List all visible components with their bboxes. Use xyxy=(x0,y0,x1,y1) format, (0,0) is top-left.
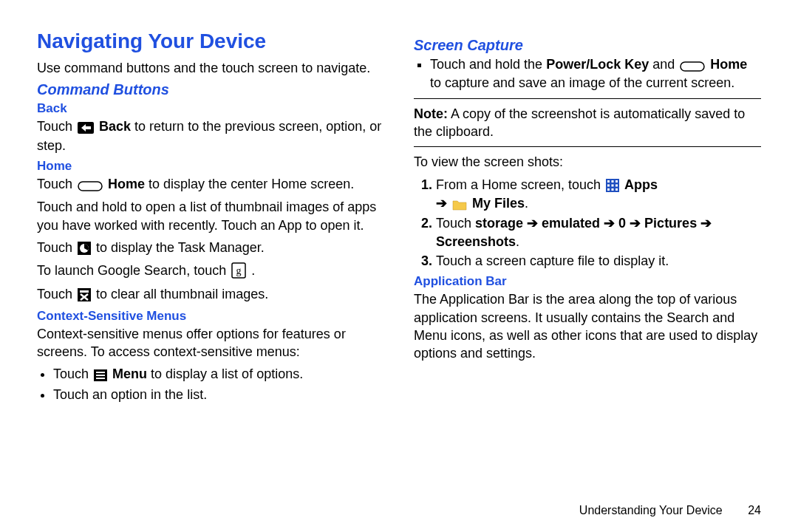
ctx-heading: Context-Sensitive Menus xyxy=(37,309,384,324)
t: From a Home screen, touch xyxy=(436,177,604,192)
svg-rect-15 xyxy=(612,180,614,183)
page-title: Navigating Your Device xyxy=(37,30,384,53)
t: to clear all thumbnail images. xyxy=(96,287,268,301)
t: To launch Google Search, touch xyxy=(37,263,230,278)
home-capsule-icon xyxy=(680,56,705,74)
t: Touch xyxy=(37,119,76,134)
t: Home xyxy=(710,57,747,72)
t: and xyxy=(649,57,678,72)
appbar-desc: The Application Bar is the area along th… xyxy=(414,290,761,362)
t: Touch and hold the xyxy=(430,57,546,72)
ctx-li2: Touch an option in the list. xyxy=(53,386,384,403)
folder-icon xyxy=(452,195,467,213)
right-column: Screen Capture Touch and hold the Power/… xyxy=(414,30,761,408)
t: Touch xyxy=(37,177,76,191)
t: Home xyxy=(108,177,145,191)
home-p4: To launch Google Search, touch g . xyxy=(37,262,384,281)
svg-rect-16 xyxy=(615,180,618,183)
home-p1: Touch Home to display the center Home sc… xyxy=(37,175,384,194)
menu-bars-icon xyxy=(94,366,107,383)
t: Touch xyxy=(436,216,475,231)
t: to display the Task Manager. xyxy=(96,240,265,255)
t: to display a list of options. xyxy=(147,366,303,381)
t: Apps xyxy=(624,177,658,192)
apps-grid-icon xyxy=(606,177,619,194)
divider-top xyxy=(414,98,761,99)
svg-rect-14 xyxy=(607,180,610,183)
sc-step2: Touch storage ➔ emulated ➔ 0 ➔ Pictures … xyxy=(436,214,761,250)
t: My Files xyxy=(472,196,525,211)
home-p3: Touch to display the Task Manager. xyxy=(37,239,384,257)
t: to capture and save an image of the curr… xyxy=(430,75,734,90)
ctx-list: Touch Menu to display a list of options.… xyxy=(37,365,384,403)
intro-text: Use command buttons and the touch screen… xyxy=(37,59,384,77)
t: ➔ xyxy=(436,196,451,211)
command-buttons-heading: Command Buttons xyxy=(37,81,384,98)
sc-list: Touch and hold the Power/Lock Key and Ho… xyxy=(414,55,761,92)
sc-steps: From a Home screen, touch Apps ➔ My File… xyxy=(414,176,761,270)
t: Menu xyxy=(112,366,147,381)
t: Power/Lock Key xyxy=(546,57,649,72)
svg-rect-22 xyxy=(615,188,618,191)
screen-capture-heading: Screen Capture xyxy=(414,37,761,54)
svg-rect-11 xyxy=(96,378,105,379)
svg-rect-10 xyxy=(96,375,105,376)
page: Navigating Your Device Use command butto… xyxy=(0,0,798,408)
home-p2: Touch and hold to open a list of thumbna… xyxy=(37,198,384,234)
t: storage ➔ emulated ➔ 0 ➔ Pictures ➔ Scre… xyxy=(436,216,712,248)
sc-view-intro: To view the screen shots: xyxy=(414,153,761,171)
t: Touch xyxy=(53,366,92,381)
t: . xyxy=(251,263,255,278)
home-heading: Home xyxy=(37,159,384,174)
svg-rect-17 xyxy=(607,184,610,186)
sc-step3: Touch a screen capture file to display i… xyxy=(436,252,761,270)
back-desc: Touch Back to return to the previous scr… xyxy=(37,117,384,154)
svg-rect-9 xyxy=(96,372,105,373)
svg-rect-1 xyxy=(78,182,102,191)
pie-icon xyxy=(78,239,91,257)
footer-page: 24 xyxy=(748,504,761,516)
back-icon xyxy=(78,118,94,136)
google-icon: g xyxy=(231,262,246,281)
footer-chapter: Understanding Your Device xyxy=(579,504,723,516)
svg-rect-7 xyxy=(80,290,89,293)
svg-rect-18 xyxy=(612,184,614,186)
sc-li1: Touch and hold the Power/Lock Key and Ho… xyxy=(430,55,761,92)
divider-bottom xyxy=(414,146,761,147)
t: Back xyxy=(99,119,131,134)
home-capsule-icon xyxy=(78,176,103,194)
home-p5: Touch to clear all thumbnail images. xyxy=(37,285,384,304)
t: . xyxy=(516,234,519,249)
svg-rect-6 xyxy=(78,288,91,301)
svg-rect-21 xyxy=(612,188,614,191)
svg-rect-20 xyxy=(607,188,610,191)
svg-rect-12 xyxy=(681,62,704,71)
t: Touch xyxy=(37,240,76,255)
note-text: A copy of the screenshot is automaticall… xyxy=(414,106,745,139)
svg-rect-19 xyxy=(615,184,618,186)
appbar-heading: Application Bar xyxy=(414,274,761,289)
footer: Understanding Your Device 24 xyxy=(579,504,761,517)
ctx-li1: Touch Menu to display a list of options. xyxy=(53,365,384,383)
note: Note: A copy of the screenshot is automa… xyxy=(414,105,761,141)
sc-step1: From a Home screen, touch Apps ➔ My File… xyxy=(436,176,761,214)
left-column: Navigating Your Device Use command butto… xyxy=(37,30,384,408)
note-label: Note: xyxy=(414,106,448,121)
clear-thumbs-icon xyxy=(78,286,91,304)
svg-text:g: g xyxy=(236,265,242,276)
t: to display the center Home screen. xyxy=(145,177,354,191)
back-heading: Back xyxy=(37,101,384,116)
ctx-desc: Context-sensitive menus offer options fo… xyxy=(37,325,384,361)
t: . xyxy=(525,196,528,211)
t: Touch xyxy=(37,287,76,301)
